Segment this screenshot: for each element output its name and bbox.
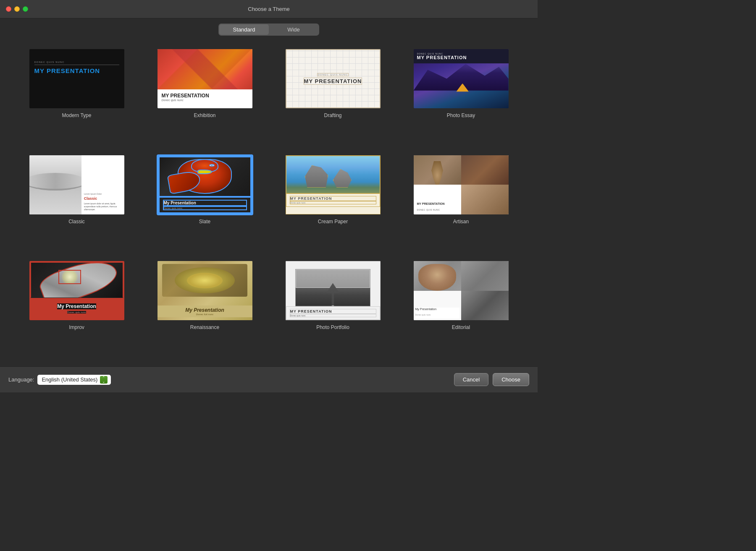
improv-title: My Presentation	[56, 303, 97, 310]
language-selector[interactable]: English (United States) ⌃⌄	[37, 375, 111, 385]
titlebar: Choose a Theme	[0, 0, 538, 18]
theme-photo-essay[interactable]: DONEC QUIS NUNC MY PRESENTATION Photo Es…	[397, 44, 525, 150]
traffic-lights	[6, 6, 28, 12]
photoportfolio-title: MY PRESENTATION	[290, 309, 376, 314]
photoportfolio-subtitle: Donec quis nunc	[290, 314, 376, 317]
view-mode-control: Standard Wide	[0, 18, 538, 40]
theme-thumb-photo-essay: DONEC QUIS NUNC MY PRESENTATION	[413, 48, 509, 109]
slate-subtitle: Donec quis nunc	[163, 206, 247, 210]
theme-label-artisan: Artisan	[453, 219, 469, 225]
creampaper-subtitle: Donec quis nunc	[290, 201, 376, 204]
window-title: Choose a Theme	[248, 6, 290, 12]
classic-desc: Lorem ipsum dolor sit amet, ligula suspe…	[84, 202, 122, 211]
theme-label-drafting: Drafting	[324, 112, 341, 118]
theme-label-modern-type: Modern Type	[62, 112, 92, 118]
theme-thumb-classic: Lorem Ipsum Dolor Classic Lorem ipsum do…	[29, 154, 125, 215]
choose-button[interactable]: Choose	[493, 373, 529, 386]
theme-label-classic: Classic	[68, 219, 85, 225]
theme-label-photo-portfolio: Photo Portfolio	[316, 324, 349, 330]
wide-tab[interactable]: Wide	[269, 24, 318, 35]
theme-label-improv: Improv	[69, 324, 84, 330]
language-dropdown-icon[interactable]: ⌃⌄	[100, 376, 108, 384]
theme-editorial[interactable]: My Presentation Donec quis nunc Editoria…	[397, 256, 525, 362]
cancel-button[interactable]: Cancel	[454, 373, 488, 386]
theme-thumb-slate: My Presentation Donec quis nunc	[157, 154, 253, 215]
close-button[interactable]	[6, 6, 11, 12]
theme-thumb-editorial: My Presentation Donec quis nunc	[413, 260, 509, 321]
theme-thumb-cream-paper: MY PRESENTATION Donec quis nunc	[285, 154, 381, 215]
theme-renaissance[interactable]: My Presentation Donec fuit nunc Renaissa…	[141, 256, 269, 362]
theme-improv[interactable]: My Presentation Donec quis nunc Improv	[13, 256, 141, 362]
exhibition-subtitle: Donec quis nunc	[162, 99, 248, 102]
renaissance-subtitle: Donec fuit nunc	[162, 313, 248, 316]
modern-title: MY PRESENTATION	[34, 67, 119, 74]
theme-photo-portfolio[interactable]: MY PRESENTATION Donec quis nunc Photo Po…	[269, 256, 397, 362]
modern-divider	[34, 65, 119, 65]
exhibition-image	[158, 49, 252, 89]
theme-thumb-modern-type: DONEC QUIS NUNC MY PRESENTATION	[29, 48, 125, 109]
artisan-subtitle: DONEC QUIS NUNC	[415, 207, 459, 213]
modern-subtitle: DONEC QUIS NUNC	[34, 61, 119, 63]
slate-title: My Presentation	[163, 200, 247, 206]
classic-title: Classic	[84, 196, 122, 201]
themes-grid: DONEC QUIS NUNC MY PRESENTATION Modern T…	[0, 40, 538, 366]
language-value: English (United States)	[42, 376, 97, 383]
theme-cream-paper[interactable]: MY PRESENTATION Donec quis nunc Cream Pa…	[269, 150, 397, 256]
theme-modern-type[interactable]: DONEC QUIS NUNC MY PRESENTATION Modern T…	[13, 44, 141, 150]
language-label: Language:	[8, 376, 34, 383]
theme-classic[interactable]: Lorem Ipsum Dolor Classic Lorem ipsum do…	[13, 150, 141, 256]
editorial-title: My Presentation	[415, 308, 459, 313]
classic-lorem: Lorem Ipsum Dolor	[84, 193, 122, 195]
theme-thumb-renaissance: My Presentation Donec fuit nunc	[157, 260, 253, 321]
artisan-title: MY PRESENTATION	[415, 201, 459, 207]
theme-label-photo-essay: Photo Essay	[447, 112, 475, 118]
maximize-button[interactable]	[23, 6, 28, 12]
theme-slate[interactable]: My Presentation Donec quis nunc Slate	[141, 150, 269, 256]
theme-label-slate: Slate	[199, 219, 210, 225]
editorial-subtitle: Donec quis nunc	[415, 313, 459, 319]
drafting-subtitle: DONEC QUIS NUNC	[317, 73, 348, 76]
standard-tab[interactable]: Standard	[219, 24, 269, 35]
improv-subtitle: Donec quis nunc	[66, 310, 87, 314]
theme-exhibition[interactable]: MY PRESENTATION Donec quis nunc Exhibiti…	[141, 44, 269, 150]
theme-thumb-artisan: MY PRESENTATION DONEC QUIS NUNC	[413, 154, 509, 215]
theme-drafting[interactable]: DONEC QUIS NUNC MY PRESENTATION Drafting	[269, 44, 397, 150]
bottom-bar: Language: English (United States) ⌃⌄ Can…	[0, 366, 538, 392]
bottom-buttons: Cancel Choose	[454, 373, 529, 386]
theme-thumb-photo-portfolio: MY PRESENTATION Donec quis nunc	[285, 260, 381, 321]
drafting-title: MY PRESENTATION	[304, 78, 362, 85]
theme-label-renaissance: Renaissance	[190, 324, 219, 330]
photoessay-title: MY PRESENTATION	[417, 55, 505, 60]
theme-thumb-exhibition: MY PRESENTATION Donec quis nunc	[157, 48, 253, 109]
theme-label-cream-paper: Cream Paper	[318, 219, 348, 225]
theme-label-exhibition: Exhibition	[194, 112, 215, 118]
renaissance-title: My Presentation	[162, 307, 248, 313]
theme-artisan[interactable]: MY PRESENTATION DONEC QUIS NUNC Artisan	[397, 150, 525, 256]
minimize-button[interactable]	[14, 6, 20, 12]
theme-label-editorial: Editorial	[452, 324, 470, 330]
creampaper-title: MY PRESENTATION	[290, 196, 376, 201]
exhibition-title: MY PRESENTATION	[162, 93, 248, 99]
segmented-control: Standard Wide	[218, 24, 319, 36]
theme-thumb-drafting: DONEC QUIS NUNC MY PRESENTATION	[285, 48, 381, 109]
theme-thumb-improv: My Presentation Donec quis nunc	[29, 260, 125, 321]
